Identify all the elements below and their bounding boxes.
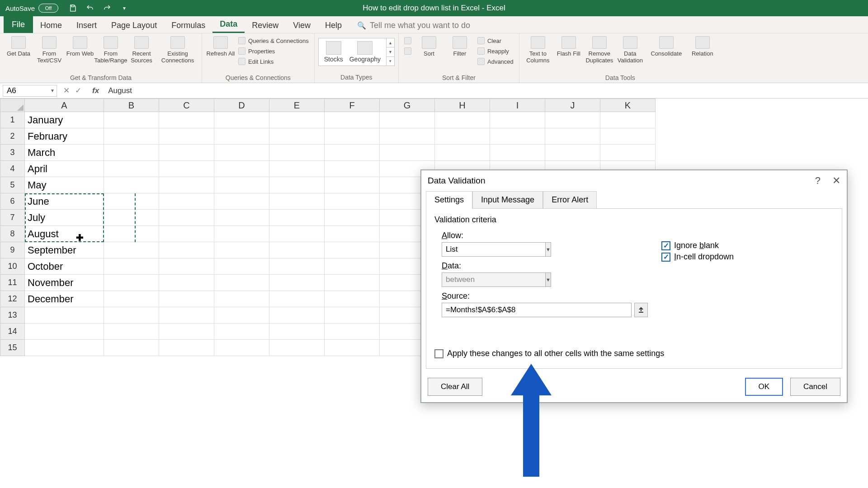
cell[interactable] bbox=[600, 112, 656, 128]
cell[interactable] bbox=[159, 258, 214, 275]
cell[interactable]: February bbox=[25, 128, 104, 145]
apply-all-checkbox[interactable]: Apply these changes to all other cells w… bbox=[434, 349, 834, 358]
existing-connections-button[interactable]: Existing Connections bbox=[157, 35, 198, 72]
cell[interactable] bbox=[159, 291, 214, 307]
cell[interactable] bbox=[104, 177, 159, 193]
cell[interactable] bbox=[104, 258, 159, 275]
cell[interactable] bbox=[325, 258, 380, 275]
source-input[interactable] bbox=[442, 303, 632, 317]
cell[interactable] bbox=[104, 145, 159, 161]
cell[interactable] bbox=[104, 242, 159, 258]
cell[interactable]: September bbox=[25, 242, 104, 258]
enter-icon[interactable]: ✓ bbox=[75, 86, 81, 95]
row-head[interactable]: 8 bbox=[0, 226, 25, 242]
cell[interactable] bbox=[380, 145, 435, 161]
ignore-blank-checkbox[interactable]: ✓ Ignore blank bbox=[661, 241, 734, 250]
cell[interactable] bbox=[159, 128, 214, 145]
chevron-down-icon[interactable]: ▼ bbox=[50, 88, 55, 93]
cell[interactable] bbox=[269, 258, 325, 275]
row-head[interactable]: 10 bbox=[0, 258, 25, 275]
cell[interactable]: March bbox=[25, 145, 104, 161]
cell[interactable] bbox=[269, 242, 325, 258]
cell[interactable] bbox=[380, 128, 435, 145]
tab-review[interactable]: Review bbox=[245, 18, 286, 33]
cell[interactable]: December bbox=[25, 291, 104, 307]
cell[interactable]: July bbox=[25, 210, 104, 226]
close-icon[interactable]: ✕ bbox=[832, 175, 840, 187]
text-to-columns-button[interactable]: Text to Columns bbox=[523, 35, 553, 72]
cell[interactable] bbox=[545, 112, 600, 128]
cell[interactable] bbox=[380, 112, 435, 128]
geography-button[interactable]: Geography bbox=[349, 41, 381, 63]
cell[interactable]: April bbox=[25, 161, 104, 177]
clear-all-button[interactable]: Clear All bbox=[428, 378, 482, 396]
col-head-k[interactable]: K bbox=[600, 99, 656, 112]
reapply-button[interactable]: Reapply bbox=[476, 47, 515, 56]
cell[interactable]: May bbox=[25, 177, 104, 193]
cell[interactable] bbox=[490, 145, 545, 161]
data-validation-button[interactable]: Data Validation bbox=[615, 35, 645, 72]
cell[interactable] bbox=[104, 128, 159, 145]
cell[interactable]: January bbox=[25, 112, 104, 128]
cell[interactable] bbox=[600, 128, 656, 145]
tab-insert[interactable]: Insert bbox=[69, 18, 104, 33]
row-head[interactable]: 5 bbox=[0, 177, 25, 193]
cancel-button[interactable]: Cancel bbox=[790, 378, 840, 396]
row-head[interactable]: 14 bbox=[0, 324, 25, 340]
row-head[interactable]: 2 bbox=[0, 128, 25, 145]
gallery-scroll[interactable]: ▲▼▾ bbox=[386, 38, 394, 66]
row-head[interactable]: 13 bbox=[0, 307, 25, 324]
col-head-c[interactable]: C bbox=[159, 99, 214, 112]
cell[interactable] bbox=[435, 128, 490, 145]
properties-button[interactable]: Properties bbox=[236, 47, 311, 56]
advanced-filter-button[interactable]: Advanced bbox=[476, 57, 515, 66]
cell[interactable] bbox=[214, 145, 269, 161]
cell[interactable] bbox=[325, 177, 380, 193]
remove-duplicates-button[interactable]: Remove Duplicates bbox=[585, 35, 614, 72]
cell[interactable] bbox=[325, 161, 380, 177]
cell[interactable] bbox=[214, 161, 269, 177]
flash-fill-button[interactable]: Flash Fill bbox=[554, 35, 584, 72]
cell[interactable] bbox=[214, 340, 269, 356]
cell[interactable] bbox=[214, 242, 269, 258]
tab-view[interactable]: View bbox=[286, 18, 318, 33]
edit-links-button[interactable]: Edit Links bbox=[236, 57, 311, 66]
cell[interactable] bbox=[325, 226, 380, 242]
cell[interactable] bbox=[159, 340, 214, 356]
stocks-button[interactable]: Stocks bbox=[324, 41, 343, 63]
cell[interactable] bbox=[545, 145, 600, 161]
cancel-icon[interactable]: ✕ bbox=[63, 86, 70, 95]
autosave-toggle[interactable]: Off bbox=[38, 4, 58, 13]
select-all-corner[interactable] bbox=[0, 99, 25, 112]
cell[interactable] bbox=[159, 324, 214, 340]
cell[interactable]: October bbox=[25, 258, 104, 275]
cell[interactable] bbox=[325, 307, 380, 324]
cell[interactable] bbox=[325, 193, 380, 210]
cell[interactable] bbox=[214, 291, 269, 307]
cell[interactable] bbox=[269, 145, 325, 161]
cell[interactable] bbox=[214, 226, 269, 242]
cell[interactable] bbox=[159, 307, 214, 324]
cell[interactable] bbox=[214, 210, 269, 226]
from-textcsv-button[interactable]: From Text/CSV bbox=[34, 35, 64, 72]
tab-error-alert[interactable]: Error Alert bbox=[543, 191, 597, 209]
tab-settings[interactable]: Settings bbox=[426, 191, 472, 209]
tab-data[interactable]: Data bbox=[212, 17, 245, 33]
clear-filter-button[interactable]: Clear bbox=[476, 36, 515, 45]
tell-me-search[interactable]: 🔍 Tell me what you want to do bbox=[354, 18, 473, 33]
cell[interactable] bbox=[435, 112, 490, 128]
cell[interactable] bbox=[104, 307, 159, 324]
col-head-b[interactable]: B bbox=[104, 99, 159, 112]
cell[interactable] bbox=[269, 128, 325, 145]
get-data-button[interactable]: Get Data bbox=[4, 35, 33, 72]
cell[interactable] bbox=[159, 226, 214, 242]
row-head[interactable]: 3 bbox=[0, 145, 25, 161]
cell[interactable] bbox=[104, 275, 159, 291]
cell[interactable] bbox=[104, 210, 159, 226]
cell[interactable] bbox=[325, 210, 380, 226]
data-types-gallery[interactable]: Stocks Geography ▲▼▾ bbox=[318, 38, 395, 66]
tab-formulas[interactable]: Formulas bbox=[164, 18, 212, 33]
tab-file[interactable]: File bbox=[4, 16, 33, 33]
incell-dropdown-checkbox[interactable]: ✓ In-cell dropdown bbox=[661, 252, 734, 262]
row-head[interactable]: 12 bbox=[0, 291, 25, 307]
